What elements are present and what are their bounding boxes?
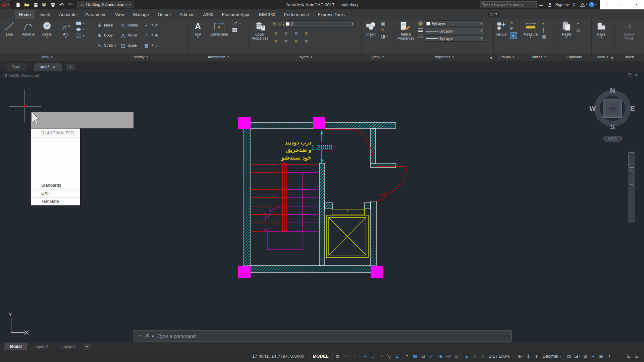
model-space-toggle[interactable]: MODEL [309,354,332,359]
edit-attributes-button[interactable]: ◨▼ [381,34,388,39]
open-file-button[interactable] [23,1,31,8]
layer-select[interactable]: ☀ ☼ ▪ 0 ▼ [271,20,356,27]
layer-freeze-button[interactable]: ≣ [294,31,298,36]
viewport-minimize-icon[interactable]: ─ [622,73,625,77]
workspace-switcher[interactable]: ☼ Drafting & Annotation ▼ ≂ [77,1,134,8]
status-toggle-annotation[interactable]: △▾ [479,352,487,361]
layout-tab[interactable]: Layout1 [29,343,55,350]
lineweight-list-icon[interactable] [418,28,423,32]
panel-label-clipboard[interactable]: Clipboard [557,53,591,61]
layout-tab[interactable]: Model [4,343,28,350]
ribbon-tab[interactable]: BIM 360 [255,10,279,19]
rectangle-tool-button[interactable]: ▼ [76,21,85,25]
layer-match-button[interactable]: ≣ [305,39,308,44]
new-file-button[interactable] [14,1,22,8]
status-toggle-snap[interactable]: ╲▾ [385,352,393,361]
scale-button[interactable]: ◱Scale [120,43,144,48]
close-button[interactable]: × [629,0,644,9]
quick-calc-button[interactable]: ▦ [542,34,546,39]
command-line[interactable]: × ▸ Type a command ▴ [133,330,512,342]
status-toggle-ucs[interactable]: ◆▾ [437,352,445,361]
status-toggle-display[interactable]: ◇▾ [427,352,435,361]
viewport-close-icon[interactable]: ✕ [635,73,638,77]
layer-on-button[interactable]: ≣ [274,39,278,44]
undo-button[interactable]: ↶▾ [58,1,66,8]
navigation-bar[interactable] [628,152,635,223]
color-wheel-icon[interactable] [418,21,423,26]
leader-button[interactable]: ▼ [232,21,241,25]
status-customize[interactable]: ≣▾ [633,352,641,361]
ribbon-tab[interactable]: Home [15,10,35,19]
create-block-button[interactable]: ▣ [381,21,388,26]
drawing-viewport[interactable]: [-][Top][2D Wireframe] ─ ❏ ✕ [0,71,644,342]
close-icon[interactable]: ✕ [53,65,56,69]
wrench-icon[interactable] [143,333,151,339]
point-button[interactable]: ┼ [542,28,546,32]
ribbon-tab[interactable]: Insert [35,10,55,19]
ribbon-tab[interactable]: Manage [129,10,153,19]
linetype-select[interactable]: ByLayer ▼ [425,35,484,42]
dropdown-selected-item[interactable]: R14(LT98&LT97) [31,129,80,137]
status-toggle-display[interactable]: ≡▾ [403,352,411,361]
status-toggle-ucs[interactable]: ◎▾ [445,352,453,361]
status-toggle-misc[interactable]: ▤▾ [565,352,573,361]
status-toggle-misc[interactable]: ◕▾ [589,352,597,361]
status-toggle-snap[interactable]: ┼▾ [361,352,369,361]
layer-unisolate-button[interactable]: ≣ [284,31,288,36]
trim-button[interactable]: ⌁▼ [144,23,154,28]
pan-icon[interactable] [630,170,633,173]
save-as-button[interactable] [40,1,48,8]
viewport-controls-label[interactable]: [-][Top][2D Wireframe] [3,73,39,77]
dialog-launcher-icon[interactable]: ◥ [610,56,613,60]
status-toggle-misc[interactable]: ✦▾ [605,352,613,361]
ribbon-tab[interactable]: A360 [199,10,217,19]
status-toggle-misc[interactable]: ⊠▾ [581,352,589,361]
edit-block-button[interactable]: ✎ [381,28,388,32]
sign-in-button[interactable]: Sign In [555,2,568,7]
explode-button[interactable]: ✷ [154,33,162,38]
plot-button[interactable] [49,1,57,8]
panel-label-layers[interactable]: Layers▼ [249,53,361,61]
layer-off-button[interactable]: ≣ [305,31,308,36]
app-menu-button[interactable]: A ▼ [0,0,11,9]
units-select[interactable]: Decimal▾ [541,354,564,359]
cut-button[interactable]: ✂ [576,21,580,26]
array-button[interactable]: ▦▼ [144,43,154,48]
lineweight-select[interactable]: ByLayer ▼ [425,28,484,34]
offset-button[interactable]: ⌙ [154,43,162,48]
chevron-down-icon[interactable]: ▾ [595,3,596,6]
restore-button[interactable]: □ [614,0,629,9]
status-toggle-annotation[interactable]: △▾ [471,352,479,361]
status-toggle-misc[interactable]: ◪▾ [573,352,581,361]
circle-button[interactable]: Circle ▼ [38,19,56,39]
ribbon-tab[interactable]: Express Tools [313,10,349,19]
viewport-restore-icon[interactable]: ❏ [628,73,632,77]
match-properties-button[interactable]: Match Properties [394,19,417,40]
measure-button[interactable]: Measure ▼ [520,19,541,39]
status-toggle-ucs[interactable]: ⊙▾ [453,352,461,361]
line-button[interactable]: Line [0,19,19,36]
ribbon-tab[interactable]: Output [153,10,175,19]
status-toggle-dyninput[interactable]: ⌐▾ [351,352,359,361]
panel-label-annotation[interactable]: Annotation▼ [189,53,249,61]
panel-label-utilities[interactable]: Utilities▼ [520,53,557,61]
ribbon-tab[interactable]: Featured Apps [218,10,255,19]
annotation-scale-select[interactable]: 1:1 / 100%▾ [487,354,515,359]
close-icon[interactable]: × [136,334,143,338]
zoom-icon[interactable] [630,176,633,179]
new-layout-button[interactable]: + [83,344,91,350]
file-tab-start[interactable]: Start [6,63,26,71]
ungroup-button[interactable]: ✎ [510,21,517,25]
ellipse-tool-button[interactable]: ▼ [76,27,85,32]
id-point-button[interactable]: ⌖ [542,21,546,26]
media-browser-button[interactable]: ▼ [488,11,500,17]
text-button[interactable]: A Text ▼ [189,19,207,39]
full-navigation-wheel-icon[interactable] [629,152,634,168]
insert-button[interactable]: Insert ▼ [362,19,380,39]
fillet-button[interactable]: ◜▼ [144,33,154,38]
help-search-input[interactable]: Type a keyword or phrase [480,1,537,8]
base-button[interactable]: Base ▼ [592,19,611,39]
status-toggle-snap[interactable]: ◔▾ [377,352,385,361]
dropdown-item[interactable]: Template [31,197,80,205]
dropdown-item[interactable]: DXF [31,189,80,197]
